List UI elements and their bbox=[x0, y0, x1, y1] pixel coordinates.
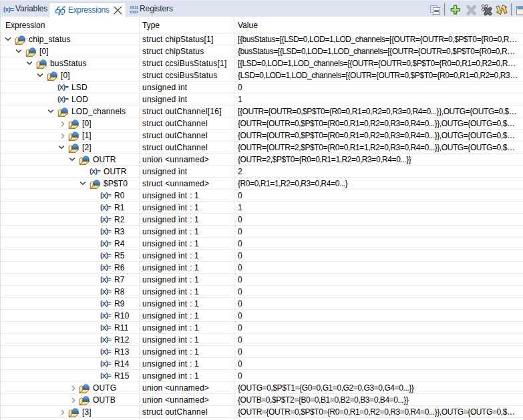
svg-text:=: = bbox=[61, 11, 63, 16]
svg-text:x: x bbox=[58, 11, 61, 16]
